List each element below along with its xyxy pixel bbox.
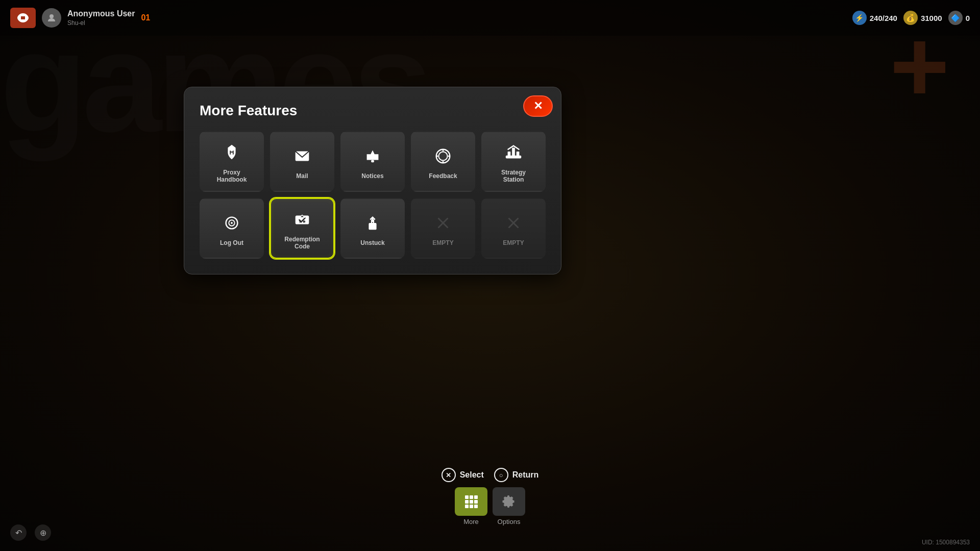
log-out-label: Log Out — [220, 239, 243, 246]
modal-title: More Features — [200, 103, 546, 119]
svg-rect-7 — [517, 152, 520, 157]
more-nav-icon — [455, 487, 487, 516]
bl-icon-1: ↶ — [10, 524, 27, 541]
top-bar: Anonymous User Shu-el 01 ⚡ 240/240 💰 310… — [0, 0, 980, 36]
redemption-code-icon: ★★ — [291, 208, 313, 231]
strategy-station-icon — [502, 141, 525, 164]
feature-btn-feedback[interactable]: Feedback — [411, 131, 475, 192]
svg-rect-8 — [512, 148, 515, 157]
o-button-icon: ○ — [494, 468, 508, 482]
controls-row: ✕ Select ○ Return — [442, 468, 539, 482]
svg-text:★★: ★★ — [299, 219, 306, 223]
redemption-code-label: Redemption Code — [284, 236, 320, 251]
more-nav-label: More — [463, 518, 479, 525]
premium-icon: 🔷 — [948, 11, 963, 25]
svg-rect-28 — [470, 505, 473, 508]
options-nav-label: Options — [498, 518, 521, 525]
svg-rect-25 — [470, 500, 473, 504]
svg-point-4 — [438, 152, 447, 161]
svg-point-0 — [50, 14, 54, 18]
notices-label: Notices — [361, 172, 383, 180]
mail-label: Mail — [296, 172, 308, 180]
notices-icon — [361, 145, 384, 167]
svg-rect-2 — [371, 160, 374, 163]
svg-rect-26 — [474, 500, 478, 504]
feature-btn-log-out[interactable]: Log Out — [200, 198, 264, 259]
bottom-left-icons: ↶ ⊕ — [10, 524, 51, 541]
username-label: Anonymous User — [67, 9, 135, 18]
svg-rect-24 — [465, 500, 469, 504]
x-button-icon: ✕ — [442, 468, 456, 482]
return-label: Return — [512, 470, 539, 480]
proxy-handbook-label: Proxy Handbook — [217, 169, 247, 184]
features-grid: Proxy HandbookMailNoticesFeedbackStrateg… — [200, 131, 546, 259]
strategy-station-label: Strategy Station — [501, 169, 526, 184]
more-features-modal: More Features ✕ Proxy HandbookMailNotice… — [184, 87, 561, 274]
stamina-icon: ⚡ — [852, 11, 867, 25]
feedback-label: Feedback — [429, 172, 457, 180]
feature-btn-empty-1: EMPTY — [411, 198, 475, 259]
svg-rect-22 — [470, 495, 473, 499]
svg-point-11 — [231, 222, 233, 224]
unstuck-label: Unstuck — [360, 239, 384, 246]
stamina-stat: ⚡ 240/240 — [852, 11, 897, 25]
options-nav-icon — [493, 487, 525, 516]
feature-btn-strategy-station[interactable]: Strategy Station — [481, 131, 546, 192]
user-level: 01 — [141, 13, 150, 22]
logo-icon — [10, 8, 36, 28]
feature-btn-redemption-code[interactable]: ★★Redemption Code — [270, 198, 334, 259]
nav-btn-options[interactable]: Options — [493, 487, 525, 525]
close-button[interactable]: ✕ — [523, 95, 553, 117]
user-avatar — [42, 8, 61, 28]
currency-icon: 💰 — [903, 11, 918, 25]
svg-rect-29 — [474, 505, 478, 508]
bottom-bar: ✕ Select ○ Return MoreOptions — [0, 468, 980, 525]
feature-btn-notices[interactable]: Notices — [340, 131, 405, 192]
select-control: ✕ Select — [442, 468, 484, 482]
user-subtitle: Shu-el — [67, 19, 135, 27]
svg-rect-6 — [508, 152, 511, 157]
svg-rect-23 — [474, 495, 478, 499]
svg-rect-27 — [465, 505, 469, 508]
feature-btn-proxy-handbook[interactable]: Proxy Handbook — [200, 131, 264, 192]
uid-label: UID: 1500894353 — [922, 539, 970, 546]
svg-rect-16 — [369, 223, 376, 230]
premium-stat: 🔷 0 — [948, 11, 970, 25]
empty-2-icon — [502, 212, 525, 234]
empty-1-icon — [432, 212, 454, 234]
svg-rect-21 — [465, 495, 469, 499]
log-out-icon — [220, 212, 243, 234]
select-label: Select — [460, 470, 484, 480]
feature-btn-unstuck[interactable]: Unstuck — [340, 198, 405, 259]
empty-2-label: EMPTY — [503, 239, 524, 246]
feedback-icon — [432, 145, 454, 167]
bl-icon-2: ⊕ — [35, 524, 51, 541]
feature-btn-empty-2: EMPTY — [481, 198, 546, 259]
nav-btn-more[interactable]: More — [455, 487, 487, 525]
unstuck-icon — [361, 212, 384, 234]
mail-icon — [291, 145, 313, 167]
empty-1-label: EMPTY — [432, 239, 453, 246]
proxy-handbook-icon — [220, 141, 243, 164]
currency-stat: 💰 31000 — [903, 11, 942, 25]
feature-btn-mail[interactable]: Mail — [270, 131, 334, 192]
nav-buttons-row: MoreOptions — [455, 487, 525, 525]
return-control: ○ Return — [494, 468, 539, 482]
